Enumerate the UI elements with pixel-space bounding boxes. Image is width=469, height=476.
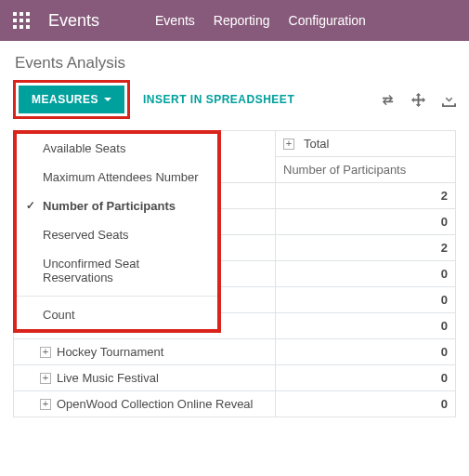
plus-icon[interactable]: + [283, 139, 294, 150]
caret-down-icon [104, 98, 111, 101]
total-label: Total [304, 137, 329, 151]
svg-rect-5 [26, 19, 30, 22]
toolbar: MEASURES INSERT IN SPREADSHEET [0, 80, 469, 130]
nav-configuration[interactable]: Configuration [289, 13, 366, 28]
page-title: Events Analysis [0, 41, 469, 80]
dd-max-attendees[interactable]: Maximum Attendees Number [17, 163, 217, 192]
row-label: OpenWood Collection Online Reveal [57, 397, 254, 411]
measures-label: MEASURES [32, 93, 98, 106]
cell-value: 0 [276, 261, 456, 287]
table-row[interactable]: +Live Music Festival [14, 365, 276, 391]
svg-rect-8 [26, 25, 30, 29]
brand-title[interactable]: Events [48, 11, 99, 31]
topbar: Events Events Reporting Configuration [0, 0, 469, 41]
cell-value: 2 [276, 235, 456, 261]
content-area: Available Seats Maximum Attendees Number… [0, 130, 469, 417]
expand-icon[interactable] [411, 93, 425, 107]
table-row[interactable]: +Hockey Tournament [14, 339, 276, 365]
svg-rect-2 [26, 12, 30, 16]
swap-icon[interactable] [381, 93, 395, 107]
dd-num-participants[interactable]: Number of Participants [17, 192, 217, 220]
top-nav: Events Reporting Configuration [155, 13, 366, 28]
cell-value: 0 [276, 391, 456, 417]
insert-spreadsheet-link[interactable]: INSERT IN SPREADSHEET [143, 93, 294, 106]
measures-button[interactable]: MEASURES [19, 86, 124, 113]
plus-icon[interactable]: + [40, 347, 51, 358]
dd-count[interactable]: Count [17, 300, 217, 329]
measures-highlight: MEASURES [13, 80, 130, 119]
dd-unconfirmed[interactable]: Unconfirmed Seat Reservations [17, 249, 217, 292]
cell-value: 0 [276, 313, 456, 339]
nav-reporting[interactable]: Reporting [214, 13, 270, 28]
row-label: Live Music Festival [57, 371, 159, 385]
measure-header: Number of Participants [276, 157, 456, 183]
dd-available-seats[interactable]: Available Seats [17, 134, 217, 163]
apps-icon[interactable] [13, 12, 30, 29]
col-total[interactable]: + Total [276, 131, 456, 157]
cell-value: 0 [276, 287, 456, 313]
row-label: Hockey Tournament [57, 345, 163, 359]
table-row[interactable]: +OpenWood Collection Online Reveal [14, 391, 276, 417]
svg-rect-6 [13, 25, 17, 29]
download-icon[interactable] [442, 93, 456, 107]
svg-rect-1 [20, 12, 23, 16]
toolbar-icons [381, 93, 456, 107]
cell-value: 0 [276, 209, 456, 235]
cell-value: 0 [276, 365, 456, 391]
svg-rect-7 [20, 25, 23, 29]
svg-rect-4 [20, 19, 23, 22]
nav-events[interactable]: Events [155, 13, 195, 28]
dd-reserved-seats[interactable]: Reserved Seats [17, 220, 217, 249]
svg-rect-3 [13, 19, 17, 22]
svg-rect-0 [13, 12, 17, 16]
cell-value: 0 [276, 339, 456, 365]
plus-icon[interactable]: + [40, 399, 51, 410]
measures-dropdown: Available Seats Maximum Attendees Number… [13, 130, 221, 333]
plus-icon[interactable]: + [40, 373, 51, 384]
dd-separator [17, 296, 217, 297]
cell-value: 2 [276, 183, 456, 209]
